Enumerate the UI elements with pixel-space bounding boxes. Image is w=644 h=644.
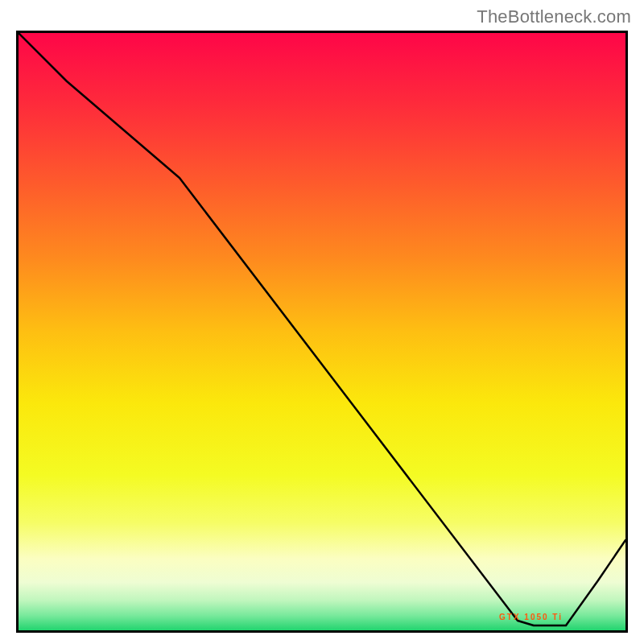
watermark-text: TheBottleneck.com: [477, 6, 631, 27]
chart-container: TheBottleneck.com: [0, 0, 644, 644]
marker-label: GTX 1050 Ti: [499, 613, 563, 621]
series-line: [19, 33, 625, 630]
plot-area: GTX 1050 Ti: [16, 31, 628, 633]
